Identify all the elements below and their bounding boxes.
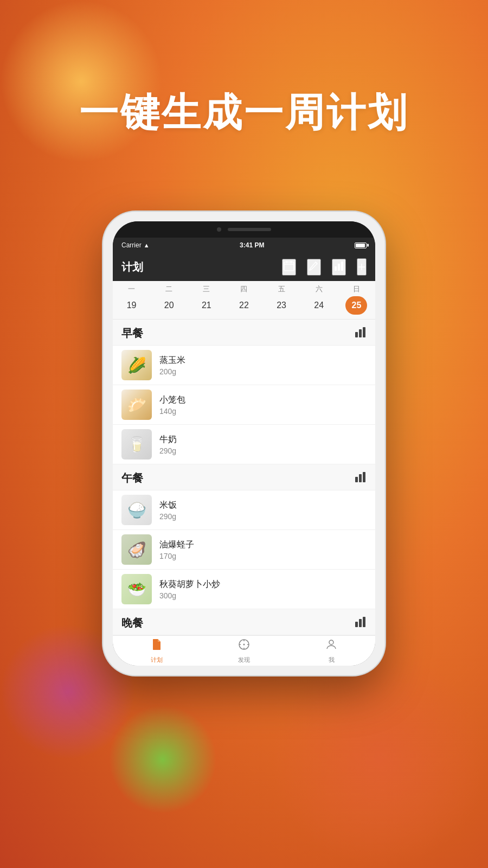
carrier-label: Carrier [121, 241, 142, 249]
food-image-clam: 🦪 [121, 534, 152, 565]
date-25[interactable]: 25 [345, 296, 367, 315]
date-21[interactable]: 21 [196, 296, 217, 315]
food-name-rice: 米饭 [159, 500, 367, 511]
lunch-header: 午餐 [113, 464, 375, 490]
food-name-milk: 牛奶 [159, 434, 367, 445]
food-image-milk: 🥛 [121, 429, 152, 459]
svg-rect-2 [286, 261, 287, 263]
food-amount-clam: 170g [159, 552, 367, 560]
hero-text: 一键生成一周计划 [0, 87, 488, 139]
food-amount-milk: 290g [159, 446, 367, 455]
week-calendar: 一 二 三 四 五 六 日 19 20 21 22 23 24 [113, 281, 375, 320]
day-tue: 二 [158, 284, 180, 294]
tab-discover[interactable]: 发现 [200, 638, 287, 664]
food-item-baozi[interactable]: 🥟 小笼包 140g [113, 385, 375, 425]
tab-me-label: 我 [329, 656, 335, 664]
food-amount-corn: 200g [159, 367, 367, 376]
phone-outer: Carrier ▲ 3:41 PM 计划 [103, 212, 385, 675]
svg-point-22 [329, 640, 333, 644]
tab-me[interactable]: 我 [288, 638, 375, 664]
svg-rect-9 [363, 327, 365, 337]
svg-rect-3 [291, 261, 292, 263]
day-sun: 日 [345, 284, 367, 294]
battery-fill [356, 244, 365, 247]
day-sat: 六 [308, 284, 330, 294]
svg-rect-15 [363, 617, 365, 627]
food-info-rice: 米饭 290g [159, 500, 367, 521]
phone-notch [113, 221, 375, 238]
svg-rect-7 [355, 332, 358, 337]
food-info-baozi: 小笼包 140g [159, 394, 367, 416]
day-wed: 三 [196, 284, 217, 294]
tab-bar: 计划 发现 [113, 635, 375, 666]
day-mon: 一 [121, 284, 143, 294]
food-info-milk: 牛奶 290g [159, 434, 367, 455]
add-button[interactable]: + [357, 258, 367, 276]
food-image-corn: 🌽 [121, 350, 152, 380]
calendar-button[interactable] [282, 259, 296, 276]
svg-rect-14 [359, 619, 362, 627]
svg-rect-0 [284, 262, 294, 271]
food-item-rice[interactable]: 🍚 米饭 290g [113, 490, 375, 530]
status-left: Carrier ▲ [121, 241, 150, 249]
food-item-milk[interactable]: 🥛 牛奶 290g [113, 425, 375, 464]
lunch-chart-icon[interactable] [355, 471, 367, 485]
day-thu: 四 [233, 284, 255, 294]
edit-button[interactable] [307, 259, 321, 276]
date-19[interactable]: 19 [121, 296, 143, 315]
tab-plan-icon [150, 638, 163, 654]
chart-button[interactable] [332, 259, 346, 276]
food-name-clam: 油爆蛏子 [159, 539, 367, 551]
date-24[interactable]: 24 [308, 296, 330, 315]
breakfast-header: 早餐 [113, 320, 375, 346]
date-22[interactable]: 22 [233, 296, 255, 315]
svg-rect-12 [363, 472, 365, 482]
breakfast-chart-icon[interactable] [355, 327, 367, 340]
status-time: 3:41 PM [240, 241, 264, 249]
food-item-corn[interactable]: 🌽 蒸玉米 200g [113, 346, 375, 385]
food-item-clam[interactable]: 🦪 油爆蛏子 170g [113, 530, 375, 570]
food-image-baozi: 🥟 [121, 390, 152, 420]
breakfast-title: 早餐 [121, 326, 143, 341]
dinner-header: 晚餐 [113, 609, 375, 635]
dinner-title: 晚餐 [121, 616, 143, 630]
food-amount-rice: 290g [159, 512, 367, 521]
food-image-rice: 🍚 [121, 495, 152, 525]
food-name-veggie: 秋葵胡萝卜小炒 [159, 579, 367, 590]
svg-rect-6 [341, 261, 343, 271]
svg-rect-10 [355, 477, 358, 482]
phone-inner: Carrier ▲ 3:41 PM 计划 [113, 221, 375, 666]
dinner-chart-icon[interactable] [355, 616, 367, 630]
tab-me-icon [325, 638, 338, 654]
food-name-baozi: 小笼包 [159, 394, 367, 406]
food-image-veggie: 🥗 [121, 574, 152, 604]
week-dates-row: 19 20 21 22 23 24 25 [113, 295, 375, 319]
lunch-title: 午餐 [121, 471, 143, 486]
food-info-clam: 油爆蛏子 170g [159, 539, 367, 560]
app-content: 计划 [113, 253, 375, 666]
speaker [228, 228, 271, 231]
date-20[interactable]: 20 [158, 296, 180, 315]
nav-bar: 计划 [113, 253, 375, 281]
food-info-veggie: 秋葵胡萝卜小炒 300g [159, 579, 367, 600]
nav-icons: + [282, 258, 367, 276]
svg-rect-8 [359, 329, 362, 337]
bg-blob-bm [108, 705, 217, 814]
bg-blob-br [271, 651, 488, 868]
svg-rect-11 [359, 474, 362, 482]
food-item-veggie[interactable]: 🥗 秋葵胡萝卜小炒 300g [113, 570, 375, 609]
tab-discover-icon [237, 638, 251, 654]
status-bar: Carrier ▲ 3:41 PM [113, 238, 375, 253]
tab-plan-label: 计划 [151, 656, 163, 664]
svg-rect-5 [338, 264, 340, 271]
tab-plan[interactable]: 计划 [113, 638, 200, 664]
tab-discover-label: 发现 [238, 656, 250, 664]
status-right [355, 242, 367, 248]
food-amount-veggie: 300g [159, 591, 367, 600]
date-23[interactable]: 23 [271, 296, 292, 315]
camera-dot [217, 227, 221, 232]
svg-rect-4 [335, 266, 337, 271]
wifi-icon: ▲ [144, 242, 150, 248]
svg-rect-13 [355, 622, 358, 627]
battery-icon [355, 242, 367, 248]
